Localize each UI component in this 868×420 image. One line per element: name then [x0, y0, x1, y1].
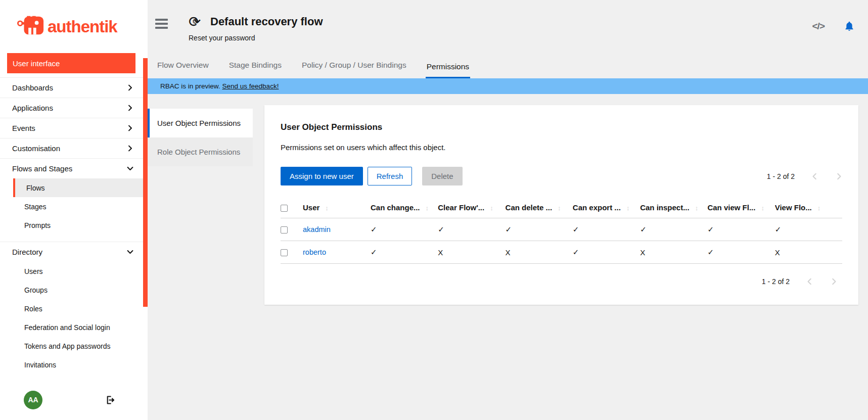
logout-icon[interactable] — [105, 395, 115, 405]
banner-text: RBAC is in preview. — [160, 82, 220, 90]
sidebar-item-federation[interactable]: Federation and Social login — [0, 318, 148, 337]
user-link-akadmin[interactable]: akadmin — [303, 225, 331, 234]
user-object-permissions-card: User Object Permissions Permissions set … — [264, 105, 858, 305]
select-all-checkbox[interactable] — [281, 205, 288, 212]
row-checkbox[interactable] — [281, 249, 288, 256]
refresh-button[interactable]: Refresh — [368, 167, 413, 185]
card-title: User Object Permissions — [281, 122, 842, 132]
column-header-can-export: Can export ...↕ — [573, 198, 640, 218]
permission-value: ✓ — [438, 218, 505, 241]
permission-value: X — [640, 241, 707, 264]
sidebar-item-dashboards[interactable]: Dashboards — [0, 77, 148, 98]
api-code-icon[interactable]: </> — [812, 21, 825, 32]
chevron-right-icon — [127, 125, 133, 131]
sidebar-item-users[interactable]: Users — [0, 262, 148, 281]
sort-icon[interactable]: ↕ — [626, 204, 630, 212]
row-checkbox[interactable] — [281, 226, 288, 234]
sidebar-item-flows[interactable]: Flows — [13, 178, 148, 197]
sidebar-nav: Dashboards Applications Events Customisa… — [0, 77, 148, 384]
table-row: akadmin ✓ ✓ ✓ ✓ ✓ ✓ ✓ — [281, 218, 842, 241]
sidebar-item-prompts[interactable]: Prompts — [0, 216, 148, 235]
sidebar: authentik User interface Dashboards Appl… — [0, 0, 148, 420]
tab-permissions[interactable]: Permissions — [426, 62, 470, 78]
sort-icon[interactable]: ↕ — [695, 204, 699, 212]
permission-value: ✓ — [371, 218, 438, 241]
permission-value: ✓ — [640, 218, 707, 241]
rbac-preview-banner: RBAC is in preview. Send us feedback! — [148, 78, 868, 94]
subtab-user-object-permissions[interactable]: User Object Permissions — [148, 109, 253, 137]
sidebar-item-applications[interactable]: Applications — [0, 98, 148, 118]
sort-icon[interactable]: ↕ — [325, 204, 329, 212]
sort-icon[interactable]: ↕ — [761, 204, 764, 212]
sidebar-item-label: Customisation — [12, 144, 60, 153]
sidebar-item-label: Applications — [12, 104, 53, 112]
feedback-link[interactable]: Send us feedback! — [222, 82, 279, 90]
tab-policy-group-user-bindings[interactable]: Policy / Group / User Bindings — [301, 61, 407, 78]
permission-subtabs: User Object Permissions Role Object Perm… — [148, 109, 253, 166]
sidebar-item-label: Directory — [12, 248, 42, 256]
permission-value: X — [438, 241, 505, 264]
sidebar-item-groups[interactable]: Groups — [0, 281, 148, 299]
toolbar: Assign to new user Refresh Delete 1 - 2 … — [281, 167, 842, 185]
chevron-down-icon — [127, 249, 133, 255]
page-subtitle: Reset your password — [189, 34, 323, 42]
pagination-next-icon[interactable] — [835, 173, 842, 180]
subtab-role-object-permissions[interactable]: Role Object Permissions — [148, 137, 253, 166]
pagination-label: 1 - 2 of 2 — [767, 172, 795, 180]
column-header-can-view: Can view Fl...↕ — [707, 198, 774, 218]
topbar: ⟳ ⚙ Default recovery flow Reset your pas… — [148, 0, 868, 52]
sidebar-item-flows-and-stages[interactable]: Flows and Stages — [0, 158, 148, 178]
card-description: Permissions set on users which affect th… — [281, 143, 842, 152]
delete-button[interactable]: Delete — [422, 167, 462, 185]
sort-icon[interactable]: ↕ — [558, 204, 561, 212]
pagination-next-icon[interactable] — [830, 278, 837, 285]
pagination-label: 1 - 2 of 2 — [762, 277, 790, 286]
sidebar-item-label: Flows and Stages — [12, 164, 72, 173]
app-root: authentik User interface Dashboards Appl… — [0, 0, 868, 420]
column-header-can-delete: Can delete ...↕ — [506, 198, 573, 218]
tab-stage-bindings[interactable]: Stage Bindings — [228, 61, 283, 78]
table-header-row: User↕ Can change...↕ Clear Flow'...↕ Can… — [281, 198, 842, 218]
user-link-roberto[interactable]: roberto — [303, 248, 326, 256]
sidebar-item-stages[interactable]: Stages — [0, 197, 148, 216]
pagination-prev-icon[interactable] — [811, 173, 818, 180]
sidebar-section-user-interface[interactable]: User interface — [7, 53, 135, 73]
tab-flow-overview[interactable]: Flow Overview — [156, 61, 210, 78]
sidebar-item-events[interactable]: Events — [0, 118, 148, 138]
permission-value: ✓ — [775, 218, 842, 241]
sort-icon[interactable]: ↕ — [490, 204, 493, 212]
column-header-view-flow: View Flo...↕ — [775, 198, 842, 218]
sort-icon[interactable]: ↕ — [817, 204, 821, 212]
flow-icon: ⟳ ⚙ — [189, 14, 204, 29]
sidebar-item-roles[interactable]: Roles — [0, 299, 148, 318]
assign-to-new-user-button[interactable]: Assign to new user — [281, 167, 363, 185]
sort-icon[interactable]: ↕ — [426, 204, 429, 212]
content-area: User Object Permissions Role Object Perm… — [148, 94, 868, 420]
sidebar-item-customisation[interactable]: Customisation — [0, 138, 148, 158]
column-header-user: User↕ — [303, 198, 371, 218]
sidebar-item-label: Dashboards — [12, 83, 53, 92]
hamburger-icon[interactable] — [155, 19, 168, 31]
sidebar-item-invitations[interactable]: Invitations — [0, 355, 148, 374]
column-header-clear-flow: Clear Flow'...↕ — [438, 198, 505, 218]
table-row: roberto ✓ X X ✓ X ✓ X — [281, 241, 842, 264]
sidebar-item-label: Events — [12, 124, 35, 132]
chevron-right-icon — [127, 105, 133, 111]
authentik-logo[interactable]: authentik — [0, 0, 148, 53]
sidebar-item-directory[interactable]: Directory — [0, 242, 148, 262]
page-header: ⟳ ⚙ Default recovery flow Reset your pas… — [189, 14, 323, 42]
avatar[interactable]: AA — [24, 391, 42, 409]
tabs-bar: Flow Overview Stage Bindings Policy / Gr… — [148, 52, 868, 78]
pagination-prev-icon[interactable] — [806, 278, 813, 285]
permission-value: ✓ — [707, 241, 774, 264]
sidebar-item-tokens[interactable]: Tokens and App passwords — [0, 337, 148, 355]
chevron-right-icon — [127, 84, 133, 91]
sidebar-scrollbar[interactable] — [143, 58, 148, 307]
permission-value: ✓ — [707, 218, 774, 241]
permissions-table: User↕ Can change...↕ Clear Flow'...↕ Can… — [281, 198, 842, 264]
permission-value: ✓ — [573, 241, 640, 264]
notifications-bell-icon[interactable] — [844, 20, 855, 32]
permission-value: X — [506, 241, 573, 264]
permission-value: X — [775, 241, 842, 264]
authentik-logo-icon — [17, 16, 44, 38]
